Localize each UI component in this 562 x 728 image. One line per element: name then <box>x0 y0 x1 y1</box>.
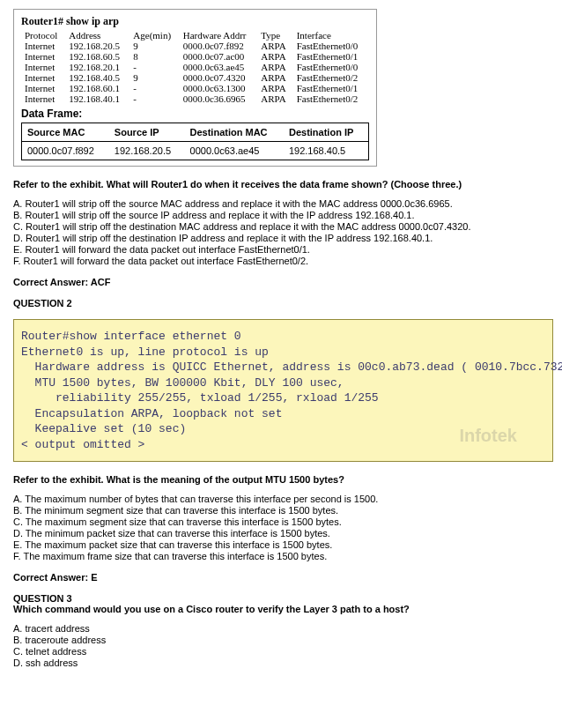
arp-row: Internet192.168.20.1-0000.0c63.ae45ARPAF… <box>21 62 369 72</box>
q1-option-e: E. Router1 will forward the data packet … <box>13 244 549 255</box>
q3-heading: QUESTION 3 <box>13 593 549 604</box>
q2-options: A. The maximum number of bytes that can … <box>13 494 549 561</box>
ex2-line: reliability 255/255, txload 1/255, rxloa… <box>21 391 379 405</box>
col-age: Age(min) <box>129 30 179 41</box>
frame-col-smac: Source MAC <box>22 123 109 142</box>
arp-row: Internet192.168.60.580000.0c07.ac00ARPAF… <box>21 51 369 62</box>
q1-option-a: A. Router1 will strip off the source MAC… <box>13 198 549 209</box>
q2-option-d: D. The minimum packet size that can trav… <box>13 528 549 539</box>
ex2-line: Ethernet0 is up, line protocol is up <box>21 345 269 359</box>
arp-header-row: Protocol Address Age(min) Hardware Addrr… <box>21 30 369 41</box>
q3-option-a: A. tracert address <box>13 623 549 634</box>
q2-heading: QUESTION 2 <box>13 298 549 308</box>
ex2-line: MTU 1500 bytes, BW 100000 Kbit, DLY 100 … <box>21 376 344 390</box>
q3-options: A. tracert address B. traceroute address… <box>13 623 549 668</box>
q3-option-b: B. traceroute address <box>13 635 549 645</box>
col-protocol: Protocol <box>21 30 65 41</box>
q2-option-c: C. The maximum segment size that can tra… <box>13 516 549 527</box>
q3-option-c: C. telnet address <box>13 646 549 657</box>
arp-table: Protocol Address Age(min) Hardware Addrr… <box>21 30 369 104</box>
q2-option-a: A. The maximum number of bytes that can … <box>13 494 549 504</box>
col-address: Address <box>65 30 129 41</box>
ex2-line: Router#show interface ethernet 0 <box>21 330 241 343</box>
q1-text: Refer to the exhibit. What will Router1 … <box>13 179 549 189</box>
q2-option-f: F. The maximum frame size that can trave… <box>13 551 549 561</box>
q2-option-b: B. The minimum segment size that can tra… <box>13 505 549 516</box>
cli-prompt: Router1# show ip arp <box>21 15 369 28</box>
ex2-line: < output omitted > <box>21 438 144 451</box>
q3-option-d: D. ssh address <box>13 657 549 668</box>
q1-option-f: F. Router1 will forward the data packet … <box>13 256 549 266</box>
exhibit-1: Router1# show ip arp Protocol Address Ag… <box>13 9 377 167</box>
frame-col-sip: Source IP <box>109 123 185 142</box>
arp-row: Internet192.168.40.1-0000.0c36.6965ARPAF… <box>21 93 369 104</box>
q1-answer: Correct Answer: ACF <box>13 277 549 287</box>
ex2-line: Keepalive set (10 sec) <box>21 422 186 435</box>
frame-header-row: Source MAC Source IP Destination MAC Des… <box>22 123 369 142</box>
data-frame-table: Source MAC Source IP Destination MAC Des… <box>21 123 369 160</box>
col-hwaddr: Hardware Addrr <box>180 30 258 41</box>
ex2-line: Encapsulation ARPA, loopback not set <box>21 407 282 420</box>
q1-option-b: B. Router1 will strip off the source IP … <box>13 210 549 220</box>
watermark: Infotek <box>459 424 517 448</box>
col-type: Type <box>257 30 292 41</box>
ex2-line: Hardware address is QUICC Ethernet, addr… <box>21 360 562 374</box>
q1-option-d: D. Router1 will strip off the destinatio… <box>13 233 549 243</box>
exhibit-2: Router#show interface ethernet 0 Etherne… <box>13 319 553 462</box>
frame-col-dmac: Destination MAC <box>185 123 284 142</box>
q2-text: Refer to the exhibit. What is the meanin… <box>13 474 549 485</box>
q1-option-c: C. Router1 will strip off the destinatio… <box>13 221 549 232</box>
col-interface: Interface <box>293 30 369 41</box>
q2-option-e: E. The maximum packet size that can trav… <box>13 539 549 550</box>
q3-text: Which command would you use on a Cisco r… <box>13 604 549 614</box>
arp-row: Internet192.168.40.590000.0c07.4320ARPAF… <box>21 72 369 83</box>
arp-row: Internet192.168.20.590000.0c07.f892ARPAF… <box>21 41 369 51</box>
q1-options: A. Router1 will strip off the source MAC… <box>13 198 549 266</box>
frame-col-dip: Destination IP <box>284 123 369 142</box>
q2-answer: Correct Answer: E <box>13 572 549 583</box>
data-frame-label: Data Frame: <box>21 108 369 120</box>
arp-row: Internet192.168.60.1-0000.0c63.1300ARPAF… <box>21 83 369 93</box>
frame-data-row: 0000.0c07.f892 192.168.20.5 0000.0c63.ae… <box>22 142 369 160</box>
